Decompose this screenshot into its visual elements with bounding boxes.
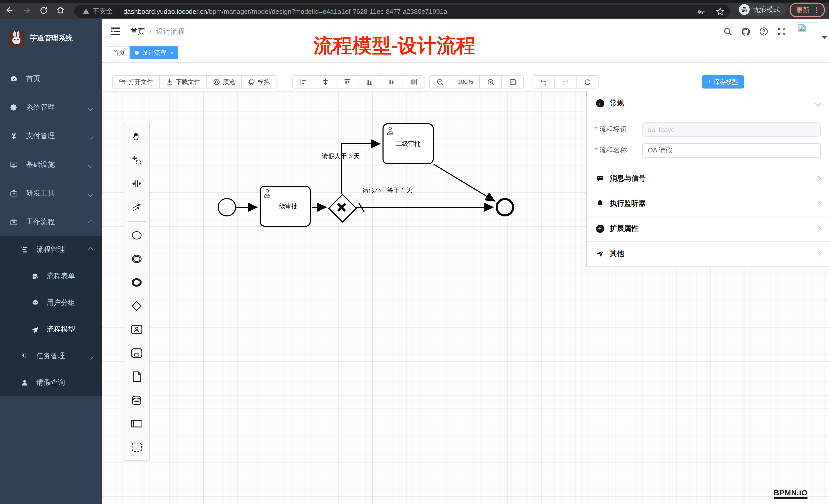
undo-button[interactable]	[533, 75, 554, 88]
active-dot-icon	[135, 51, 139, 55]
bookmark-star-icon[interactable]	[715, 6, 725, 16]
sidebar-item-process-model[interactable]: 流程模型	[0, 316, 102, 343]
sidebar-item-home[interactable]: 首页	[0, 65, 102, 93]
zoom-out-button[interactable]	[429, 75, 451, 88]
chevron-up-icon	[88, 220, 94, 226]
chevron-down-icon	[88, 191, 94, 197]
sidebar-item-payment[interactable]: ¥ 支付管理	[0, 122, 102, 150]
forward-button[interactable]	[22, 5, 32, 15]
sidebar-item-label: 工作流程	[26, 218, 55, 227]
help-icon[interactable]	[759, 27, 768, 36]
restart-button[interactable]	[577, 75, 599, 88]
preview-button[interactable]: 预览	[207, 75, 242, 88]
avatar-caret-icon[interactable]	[822, 36, 827, 39]
app-logo-row[interactable]: 芋道管理系统	[0, 19, 102, 51]
align-center-horizontal-button[interactable]	[314, 75, 336, 88]
browser-tabstrip	[0, 0, 829, 3]
yen-icon: ¥	[10, 132, 18, 140]
sidebar-item-leave-query[interactable]: 请假查询	[0, 370, 102, 396]
sidebar-item-process-mgmt[interactable]: 流程管理	[0, 236, 102, 263]
close-icon[interactable]: ×	[170, 50, 173, 56]
github-icon[interactable]	[741, 27, 751, 36]
tab-label: 首页	[113, 48, 125, 57]
section-label: 执行监听器	[610, 199, 810, 208]
distribute-horizontal-button[interactable]	[402, 75, 425, 88]
sidebar: 芋道管理系统 首页 系统管理 ¥ 支付管理	[0, 19, 102, 504]
workflow-submenu: 流程管理 流程表单 用户分组	[0, 236, 102, 396]
align-bottom-button[interactable]	[358, 75, 381, 88]
tab-home[interactable]: 首页	[108, 46, 130, 60]
comment-icon	[596, 174, 604, 183]
sidebar-item-process-form[interactable]: 流程表单	[0, 263, 102, 289]
form-icon	[31, 272, 39, 280]
zoom-in-button[interactable]	[480, 75, 502, 88]
tab-design-process[interactable]: 设计流程 ×	[130, 46, 178, 60]
dashboard-icon	[10, 75, 18, 83]
sidebar-item-devtools[interactable]: 研发工具	[0, 179, 102, 208]
process-name-label: *流程名称	[595, 146, 642, 155]
sidebar-item-user-group[interactable]: 用户分组	[0, 289, 102, 316]
incognito-badge: 无痕模式	[737, 3, 786, 16]
user-task-level1[interactable]: 一级审批	[260, 186, 311, 227]
open-file-button[interactable]: 打开文件	[112, 75, 160, 88]
sidebar-item-infra[interactable]: 基础设施	[0, 150, 102, 179]
process-name-input[interactable]	[642, 143, 821, 158]
flow-label-le1[interactable]: 请假小于等于 1 天	[363, 186, 412, 195]
browser-menu-icon[interactable]: ⋮	[813, 6, 820, 14]
app-title: 芋道管理系统	[30, 34, 73, 43]
section-message-signal[interactable]: 消息与信号	[587, 166, 829, 191]
sidebar-item-system[interactable]: 系统管理	[0, 93, 102, 122]
section-extended-attrs[interactable]: + 扩展属性	[587, 217, 829, 241]
key-icon[interactable]	[696, 6, 706, 16]
exclusive-gateway[interactable]	[329, 194, 354, 220]
section-general[interactable]: i 常规	[587, 91, 829, 116]
info-icon: i	[596, 99, 604, 108]
align-left-button[interactable]	[292, 75, 314, 88]
security-label[interactable]: 不安全	[93, 7, 113, 16]
address-bar[interactable]: 不安全 dashboard.yudao.iocoder.cn/bpm/manag…	[74, 5, 730, 18]
sidebar-collapse-icon[interactable]	[110, 26, 121, 36]
chevron-down-icon	[88, 105, 94, 111]
home-button[interactable]	[55, 5, 66, 15]
breadcrumb-current: 设计流程	[156, 27, 185, 36]
reload-button[interactable]	[38, 5, 49, 15]
toolbox-icon	[10, 189, 18, 197]
avatar[interactable]	[796, 22, 818, 44]
section-label: 其他	[610, 249, 810, 259]
button-label: 下载文件	[176, 78, 200, 86]
zoom-fit-button[interactable]	[502, 75, 524, 88]
sidebar-item-label: 首页	[26, 74, 40, 83]
search-icon[interactable]	[723, 27, 733, 36]
sidebar-item-label: 流程模型	[46, 325, 75, 334]
process-key-input[interactable]	[642, 122, 821, 137]
flow-task2-to-end[interactable]	[434, 164, 495, 201]
update-button[interactable]: 更新 ⋮	[790, 3, 825, 17]
sidebar-item-task-mgmt[interactable]: 任务管理	[0, 343, 102, 370]
start-event[interactable]	[218, 198, 236, 217]
align-top-button[interactable]	[336, 75, 358, 88]
button-label: 保存模型	[714, 78, 738, 86]
zoom-level: 100%	[451, 75, 480, 88]
chevron-right-icon	[816, 226, 821, 232]
bpmn-io-watermark[interactable]: BPMN.iO	[773, 489, 807, 499]
sidebar-item-label: 基础设施	[26, 160, 55, 169]
section-execution-listener[interactable]: 执行监听器	[587, 191, 829, 217]
align-middle-vertical-button[interactable]	[381, 75, 402, 88]
sidebar-item-workflow[interactable]: 工作流程	[0, 208, 102, 236]
breadcrumb-separator: /	[149, 27, 151, 36]
tab-label: 设计流程	[142, 48, 167, 57]
warning-icon	[82, 8, 89, 15]
monitor-icon	[10, 161, 18, 169]
user-task-level2[interactable]: 二级审批	[383, 123, 434, 164]
section-other[interactable]: 其他	[587, 241, 829, 267]
end-event[interactable]	[496, 198, 514, 217]
user-icon	[21, 379, 29, 387]
breadcrumb-home[interactable]: 首页	[131, 27, 145, 36]
save-model-button[interactable]: + 保存模型	[702, 75, 744, 88]
simulate-button[interactable]: 模拟	[242, 75, 277, 88]
back-button[interactable]	[5, 5, 15, 15]
fullscreen-icon[interactable]	[777, 27, 787, 36]
download-file-button[interactable]: 下载文件	[160, 75, 207, 88]
flow-label-gt3[interactable]: 请假大于 3 天	[322, 152, 360, 161]
redo-button[interactable]	[554, 75, 577, 88]
